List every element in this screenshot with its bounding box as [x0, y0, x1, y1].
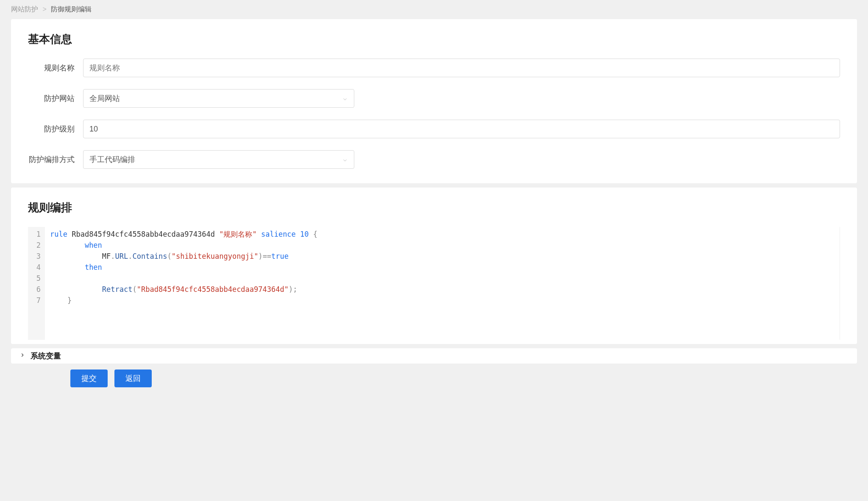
- breadcrumb-current: 防御规则编辑: [51, 6, 92, 13]
- select-site[interactable]: 全局网站: [83, 89, 354, 108]
- sysvar-collapse[interactable]: 系统变量: [11, 348, 857, 364]
- input-rule-name[interactable]: [83, 59, 840, 77]
- select-mode-value: 手工代码编排: [89, 154, 135, 165]
- select-site-value: 全局网站: [89, 93, 120, 104]
- label-site: 防护网站: [28, 93, 83, 104]
- label-rule-name: 规则名称: [28, 63, 83, 73]
- editor-title: 规则编排: [28, 200, 840, 215]
- chevron-right-icon: [19, 352, 25, 360]
- code-gutter: 1234567: [28, 227, 45, 340]
- basic-info-title: 基本信息: [28, 32, 840, 47]
- sysvar-title: 系统变量: [31, 351, 61, 361]
- submit-button[interactable]: 提交: [70, 369, 108, 387]
- editor-card: 规则编排 1234567 rule Rbad845f94cfc4558abb4e…: [11, 188, 857, 344]
- button-row: 提交 返回: [11, 369, 857, 387]
- code-content[interactable]: rule Rbad845f94cfc4558abb4ecdaa974364d "…: [45, 227, 840, 340]
- chevron-down-icon: [342, 157, 348, 162]
- chevron-down-icon: [342, 95, 348, 101]
- back-button[interactable]: 返回: [114, 369, 152, 387]
- field-mode: 防护编排方式 手工代码编排: [28, 150, 840, 169]
- label-mode: 防护编排方式: [28, 154, 83, 165]
- breadcrumb-sep: >: [42, 6, 46, 13]
- label-level: 防护级别: [28, 124, 83, 134]
- code-editor[interactable]: 1234567 rule Rbad845f94cfc4558abb4ecdaa9…: [28, 227, 840, 340]
- field-level: 防护级别: [28, 120, 840, 138]
- field-rule-name: 规则名称: [28, 59, 840, 77]
- input-level[interactable]: [83, 120, 840, 138]
- field-site: 防护网站 全局网站: [28, 89, 840, 108]
- select-mode[interactable]: 手工代码编排: [83, 150, 354, 169]
- basic-info-card: 基本信息 规则名称 防护网站 全局网站 防护级别 防护编排方式 手工代码编排: [11, 19, 857, 183]
- breadcrumb-parent[interactable]: 网站防护: [11, 6, 38, 13]
- breadcrumb: 网站防护 > 防御规则编辑: [0, 0, 868, 19]
